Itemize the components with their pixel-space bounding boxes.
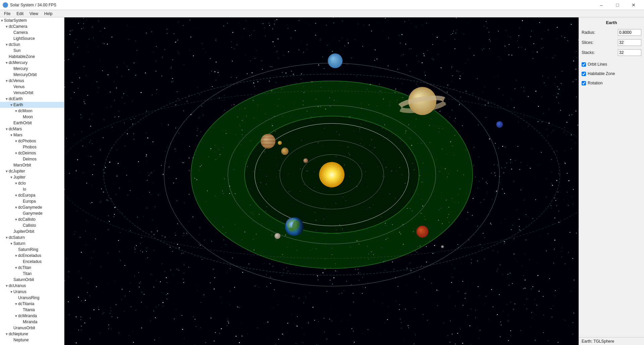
expand-arrow[interactable]: ▼: [14, 194, 18, 197]
tree-node-dctitania[interactable]: ▼dcTitania: [0, 301, 64, 307]
tree-node-sun[interactable]: Sun: [0, 48, 64, 54]
tree-node-dcenceladus[interactable]: ▼dcEnceladus: [0, 253, 64, 259]
expand-arrow[interactable]: ▼: [9, 290, 13, 294]
menu-view[interactable]: View: [27, 11, 41, 17]
expand-arrow[interactable]: ▼: [14, 109, 18, 113]
tree-node-mercuryorbit[interactable]: MercuryOrbit: [0, 72, 64, 78]
expand-arrow[interactable]: ▼: [9, 103, 13, 107]
expand-arrow[interactable]: ▼: [9, 133, 13, 137]
menu-edit[interactable]: Edit: [14, 11, 26, 17]
tree-node-earthorbit[interactable]: EarthOrbit: [0, 120, 64, 126]
expand-arrow[interactable]: ▼: [5, 61, 9, 65]
expand-arrow[interactable]: ▼: [14, 302, 18, 306]
tree-node-mercury[interactable]: Mercury: [0, 66, 64, 72]
expand-arrow[interactable]: ▼: [0, 19, 4, 22]
expand-arrow[interactable]: ▼: [5, 169, 9, 173]
expand-arrow[interactable]: ▼: [14, 182, 18, 185]
close-button[interactable]: ✕: [626, 0, 641, 10]
menu-help[interactable]: Help: [42, 11, 55, 17]
tree-node-phobos[interactable]: Phobos: [0, 144, 64, 150]
tree-node-earth[interactable]: ▼Earth: [0, 102, 64, 108]
tree-node-europa[interactable]: Europa: [0, 198, 64, 204]
habitable-zone-label[interactable]: Habitable Zone: [588, 71, 615, 76]
tree-node-dcganymede[interactable]: ▼dcGanymede: [0, 204, 64, 210]
tree-node-dccamera[interactable]: ▼dcCamera: [0, 23, 64, 29]
tree-node-jupiterorbit[interactable]: JupiterOrbit: [0, 228, 64, 234]
tree-node-dceuropa[interactable]: ▼dcEuropa: [0, 192, 64, 198]
expand-arrow[interactable]: ▼: [5, 43, 9, 47]
tree-node-dcvenus[interactable]: ▼dcVenus: [0, 78, 64, 84]
expand-arrow[interactable]: ▼: [14, 218, 18, 221]
tree-node-saturn[interactable]: ▼Saturn: [0, 240, 64, 247]
tree-node-titan[interactable]: Titan: [0, 271, 64, 277]
tree-node-jupiter[interactable]: ▼Jupiter: [0, 174, 64, 180]
tree-node-titania[interactable]: Titania: [0, 307, 64, 313]
radius-input[interactable]: [618, 29, 641, 36]
tree-node-dcio[interactable]: ▼dcIo: [0, 180, 64, 186]
tree-node-callisto[interactable]: Callisto: [0, 222, 64, 228]
tree-node-dcmoon[interactable]: ▼dcMoon: [0, 108, 64, 114]
tree-node-io[interactable]: Io: [0, 186, 64, 192]
tree-node-ganymede[interactable]: Ganymede: [0, 210, 64, 216]
tree-node-venus[interactable]: Venus: [0, 84, 64, 90]
tree-node-dcneptune[interactable]: ▼dcNeptune: [0, 331, 64, 337]
expand-arrow[interactable]: ▼: [5, 127, 9, 131]
tree-node-venusorbit[interactable]: VenusOrbit: [0, 90, 64, 96]
tree-node-uranusorbit[interactable]: UranusOrbit: [0, 325, 64, 331]
tree-node-dcsaturn[interactable]: ▼dcSaturn: [0, 234, 64, 240]
tree-node-habitablezone[interactable]: HabitableZone: [0, 54, 64, 60]
tree-node-enceladus[interactable]: Enceladus: [0, 259, 64, 265]
tree-node-neptune[interactable]: Neptune: [0, 337, 64, 343]
tree-node-camera[interactable]: Camera: [0, 29, 64, 36]
tree-node-lightsource[interactable]: LightSource: [0, 36, 64, 42]
tree-node-dcdeimos[interactable]: ▼dcDeimos: [0, 150, 64, 156]
expand-arrow[interactable]: ▼: [5, 284, 9, 288]
tree-node-mars[interactable]: ▼Mars: [0, 132, 64, 138]
viewport[interactable]: [64, 17, 579, 345]
expand-arrow[interactable]: ▼: [9, 242, 13, 246]
habitable-zone-checkbox[interactable]: [582, 72, 586, 76]
tree-node-uranusring[interactable]: UranusRing: [0, 295, 64, 301]
tree-node-solarsystem[interactable]: ▼SolarSystem: [0, 17, 64, 23]
stacks-input[interactable]: [618, 49, 641, 56]
expand-arrow[interactable]: ▼: [14, 206, 18, 209]
expand-arrow[interactable]: ▼: [14, 151, 18, 155]
tree-node-dcmars[interactable]: ▼dcMars: [0, 126, 64, 132]
expand-arrow[interactable]: ▼: [5, 97, 9, 101]
expand-arrow[interactable]: ▼: [14, 266, 18, 270]
tree-node-deimos[interactable]: Deimos: [0, 156, 64, 162]
rotation-checkbox[interactable]: [582, 81, 586, 85]
tree-node-dcsun[interactable]: ▼dcSun: [0, 42, 64, 48]
tree-node-dccallisto[interactable]: ▼dcCallisto: [0, 216, 64, 222]
tree-node-moon[interactable]: Moon: [0, 114, 64, 120]
menu-file[interactable]: File: [1, 11, 13, 17]
expand-arrow[interactable]: ▼: [14, 254, 18, 258]
tree-node-saturnorbit[interactable]: SaturnOrbit: [0, 277, 64, 283]
expand-arrow[interactable]: ▼: [5, 25, 9, 28]
slices-input[interactable]: [618, 39, 641, 46]
tree-node-uranus[interactable]: ▼Uranus: [0, 289, 64, 295]
expand-arrow[interactable]: ▼: [9, 176, 13, 179]
expand-arrow[interactable]: ▼: [14, 139, 18, 143]
tree-node-dcmercury[interactable]: ▼dcMercury: [0, 60, 64, 66]
tree-node-miranda[interactable]: Miranda: [0, 319, 64, 325]
tree-node-dcuranus[interactable]: ▼dcUranus: [0, 283, 64, 289]
orbit-lines-checkbox[interactable]: [582, 62, 586, 67]
selected-object-title: Earth: [582, 20, 641, 25]
orbit-lines-label[interactable]: Orbit Lines: [588, 62, 607, 67]
scene-tree[interactable]: ▼SolarSystem ▼dcCamera Camera LightSourc…: [0, 17, 64, 345]
tree-node-dcphobos[interactable]: ▼dcPhobos: [0, 138, 64, 144]
rotation-label[interactable]: Rotation: [588, 81, 603, 85]
tree-node-dcmiranda[interactable]: ▼dcMiranda: [0, 313, 64, 319]
tree-node-saturnring[interactable]: SaturnRing: [0, 247, 64, 253]
tree-node-dctitan[interactable]: ▼dcTitan: [0, 265, 64, 271]
expand-arrow[interactable]: ▼: [5, 332, 9, 336]
expand-arrow[interactable]: ▼: [14, 314, 18, 318]
tree-node-marsorbit[interactable]: MarsOrbit: [0, 162, 64, 168]
expand-arrow[interactable]: ▼: [5, 79, 9, 83]
tree-node-dcearth[interactable]: ▼dcEarth: [0, 96, 64, 102]
minimize-button[interactable]: –: [594, 0, 609, 10]
maximize-button[interactable]: □: [610, 0, 625, 10]
expand-arrow[interactable]: ▼: [5, 236, 9, 239]
tree-node-dcjupiter[interactable]: ▼dcJupiter: [0, 168, 64, 174]
